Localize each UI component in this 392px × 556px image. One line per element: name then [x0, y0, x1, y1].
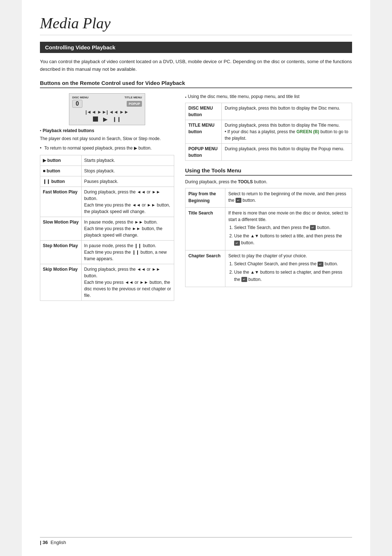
pause-btn: ❙❙	[113, 116, 121, 122]
stop-btn	[93, 116, 98, 122]
right-table-desc: During playback, press this button to di…	[222, 143, 352, 160]
remote-row1: 0 POPUP	[72, 100, 142, 108]
subsection1-title: Buttons on the Remote Control used for V…	[40, 80, 352, 88]
zero-button: 0	[72, 100, 82, 108]
left-table-desc: During playback, press the ◄◄ or ►► butt…	[81, 187, 174, 217]
left-table-desc: In pause mode, press the ❙❙ button.Each …	[81, 240, 174, 264]
tools-title: Using the Tools Menu	[185, 167, 352, 176]
right-table-label: DISC MENU button	[185, 103, 222, 120]
tools-table-desc: Select to return to the beginning of the…	[225, 188, 352, 207]
left-buttons-table: ▶ buttonStarts playback.■ buttonStops pl…	[40, 155, 174, 301]
right-column: Using the disc menu, title menu, popup m…	[185, 93, 352, 301]
left-table-label: ▶ button	[40, 155, 82, 165]
right-top-table-row: TITLE MENU buttonDuring playback, press …	[185, 120, 352, 143]
remote-play-row: ▶ ❙❙	[72, 116, 142, 123]
section-header: Controlling Video Playback	[40, 42, 352, 53]
remote-box: DISC MENU TITLE MENU 0 POPUP |◄◄ ►►| ◄◄ …	[69, 93, 145, 125]
play-btn: ▶	[103, 116, 107, 123]
right-table-label: POPUP MENU button	[185, 143, 222, 160]
right-top-table-row: DISC MENU buttonDuring playback, press t…	[185, 103, 352, 120]
tools-table-label: Chapter Search	[185, 250, 225, 287]
right-table-label: TITLE MENU button	[185, 120, 222, 143]
disc-menu-table: DISC MENU buttonDuring playback, press t…	[185, 103, 352, 161]
left-table-label: Fast Motion Play	[40, 187, 82, 217]
page: Media Play Controlling Video Playback Yo…	[22, 0, 370, 556]
right-table-desc: During playback, press this button to di…	[222, 103, 352, 120]
remote-nav-row: |◄◄ ►►| ◄◄ ►►	[72, 109, 142, 115]
bullet-return-normal: To return to normal speed playback, pres…	[40, 145, 174, 151]
left-table-row: Step Motion PlayIn pause mode, press the…	[40, 240, 174, 264]
page-title: Media Play	[40, 15, 352, 35]
left-table-desc: During playback, press the ◄◄ or ►► butt…	[81, 264, 174, 301]
title-menu-label: TITLE MENU	[124, 96, 142, 99]
tools-note: During playback, press the TOOLS button.	[185, 179, 352, 184]
left-table-row: ▶ buttonStarts playback.	[40, 155, 174, 165]
playback-note: The player does not play sound in Search…	[40, 135, 174, 142]
intro-text: You can control the playback of video co…	[40, 58, 352, 73]
right-top-table-row: POPUP MENU buttonDuring playback, press …	[185, 143, 352, 160]
tools-table-row: Play from the BeginningSelect to return …	[185, 188, 352, 207]
left-table-label: Skip Motion Play	[40, 264, 82, 301]
tools-table-desc: If there is more than one movie on the d…	[225, 207, 352, 250]
left-table-label: ❙❙ button	[40, 176, 82, 187]
left-column: DISC MENU TITLE MENU 0 POPUP |◄◄ ►►| ◄◄ …	[40, 93, 174, 301]
tools-table-row: Chapter SearchSelect to play the chapter…	[185, 250, 352, 287]
left-table-row: Skip Motion PlayDuring playback, press t…	[40, 264, 174, 301]
disc-menu-note-text: Using the disc menu, title menu, popup m…	[188, 93, 300, 100]
left-table-row: Fast Motion PlayDuring playback, press t…	[40, 187, 174, 217]
footer: | 36 English	[40, 537, 352, 545]
disc-menu-label: DISC MENU	[72, 96, 89, 99]
left-table-desc: Pauses playback.	[81, 176, 174, 187]
remote-top-labels: DISC MENU TITLE MENU	[72, 96, 142, 99]
tools-table-label: Title Search	[185, 207, 225, 250]
left-table-label: ■ button	[40, 165, 82, 176]
ff-btn: ►►	[119, 109, 129, 115]
tools-table: Play from the BeginningSelect to return …	[185, 188, 352, 287]
right-table-desc: During playback, press this button to di…	[222, 120, 352, 143]
left-table-desc: In pause mode, press the ►► button.Each …	[81, 217, 174, 240]
tools-table-row: Title SearchIf there is more than one mo…	[185, 207, 352, 250]
left-table-row: Slow Motion PlayIn pause mode, press the…	[40, 217, 174, 240]
tools-table-label: Play from the Beginning	[185, 188, 225, 207]
disc-menu-note: Using the disc menu, title menu, popup m…	[185, 93, 352, 100]
left-table-label: Step Motion Play	[40, 240, 82, 264]
popup-button: POPUP	[127, 101, 142, 107]
remote-diagram: DISC MENU TITLE MENU 0 POPUP |◄◄ ►►| ◄◄ …	[40, 93, 174, 125]
left-table-row: ❙❙ buttonPauses playback.	[40, 176, 174, 187]
skip-back-btn: |◄◄	[85, 109, 96, 115]
tools-table-desc: Select to play the chapter of your choic…	[225, 250, 352, 287]
skip-fwd-btn: ►►|	[97, 109, 108, 115]
left-table-desc: Stops playback.	[81, 165, 174, 176]
left-table-row: ■ buttonStops playback.	[40, 165, 174, 176]
rew-btn: ◄◄	[109, 109, 118, 115]
playback-related-label: Playback related buttons	[40, 128, 174, 133]
page-number: 36	[42, 540, 48, 545]
language-label: English	[50, 540, 66, 545]
left-table-desc: Starts playback.	[81, 155, 174, 165]
left-table-label: Slow Motion Play	[40, 217, 82, 240]
